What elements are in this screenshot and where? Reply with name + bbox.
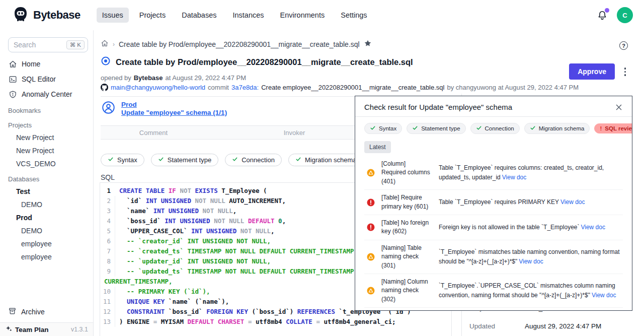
sidebar-item-sql-editor[interactable]: SQL Editor [0,72,93,87]
check-sql-review[interactable]: !SQL review [594,123,632,133]
check-syntax[interactable]: Syntax [101,154,144,166]
info-value: August 29, 2022 4:47 PM [525,322,601,330]
error-icon [366,198,375,207]
sidebar-item-demo[interactable]: DEMO [0,198,93,211]
rule-description: `T_Employee` mismatches table naming con… [439,247,623,266]
line-number: 6 [100,236,115,246]
sidebar-item-home[interactable]: Home [0,56,93,72]
check-migration-schema[interactable]: Migration schema [288,154,364,166]
bookmark-star-icon[interactable] [364,39,372,49]
check-statement-type[interactable]: Statement type [151,154,218,166]
latest-button[interactable]: Latest [364,141,391,153]
nav-item-issues[interactable]: Issues [97,8,129,23]
archive-label: Archive [21,308,45,316]
commit-author-time: by changyuwong at August 29, 2022 4:47 P… [447,84,579,91]
check-syntax[interactable]: Syntax [364,123,402,134]
check-result-modal: Check result for Update "employee" schem… [355,96,632,311]
nav-item-projects[interactable]: Projects [134,8,171,23]
check-connection[interactable]: Connection [470,123,520,134]
check-icon [158,156,164,164]
stage-task-link[interactable]: Update "employee" schema (1/1) [121,109,227,116]
main-nav: IssuesProjectsDatabasesInstancesEnvironm… [97,8,373,23]
plan-label: Team Plan [15,326,49,333]
check-label: Statement type [168,156,211,164]
help-icon[interactable]: ? [619,41,628,50]
line-number: 5 [100,226,115,236]
view-doc-link[interactable]: View doc [581,224,605,231]
sidebar-item-new-project[interactable]: New Project [0,144,93,157]
nav-item-settings[interactable]: Settings [335,8,372,23]
commit-branch-link[interactable]: main@changyuwong/hello-world [111,84,205,91]
view-doc-link[interactable]: View doc [502,174,526,181]
check-label: SQL review [605,125,632,131]
code-text: -- `updated_ts` TIMESTAMP NOT NULL DEFAU… [119,266,392,277]
error-icon [366,223,375,232]
bytebase-logo[interactable]: Bytebase [0,6,80,25]
sidebar-item-employee[interactable]: employee [0,250,93,263]
info-row-updated: Updated August 29, 2022 4:47 PM [469,322,635,330]
line-number: 12 [100,307,115,317]
user-avatar[interactable]: C [617,7,633,23]
sidebar-item-label: SQL Editor [22,75,56,83]
check-icon [412,125,418,132]
view-doc-link[interactable]: View doc [560,198,585,206]
line-number: 13 [100,317,115,327]
sidebar-item-archive[interactable]: Archive [0,304,93,320]
check-result-list: [Column] Required columns (401)Table `T_… [364,156,623,311]
nav-item-instances[interactable]: Instances [227,8,269,23]
check-label: Statement type [421,125,460,131]
approve-button[interactable]: Approve [569,63,615,80]
error-exclamation-icon: ! [600,125,602,131]
kebab-menu-icon[interactable] [622,65,628,78]
warning-icon [366,252,375,261]
check-icon [530,125,536,132]
chevron-right-icon: › [113,41,115,48]
commit-sha-link[interactable]: 3a7e8da: [231,84,259,91]
sidebar-item-employee[interactable]: employee [0,237,93,250]
sidebar-item-anomaly-center[interactable]: Anomaly Center [0,87,93,102]
opened-time: at August 29, 2022 4:47 PM [166,74,246,82]
warning-icon [366,168,375,177]
code-text: `boss_id` INT UNSIGNED NOT NULL DEFAULT … [119,216,286,226]
rule-description: `T_Employee`.`UPPER_CASE_COL` mismatches… [439,281,623,300]
nav-item-environments[interactable]: Environments [275,8,331,23]
notifications-bell-icon[interactable] [597,10,608,21]
code-text: -- PRIMARY KEY (`id`), [119,287,210,297]
line-number: 11 [100,297,115,307]
sidebar-item-test[interactable]: Test [0,185,93,198]
topbar: Bytebase IssuesProjectsDatabasesInstance… [0,0,644,30]
line-number: 7 [100,246,115,256]
check-migration-schema[interactable]: Migration schema [524,123,590,134]
home-icon[interactable] [101,39,109,49]
sidebar-item-prod[interactable]: Prod [0,211,93,224]
check-result-row: [Naming] Unique key naming check (304)Un… [364,307,623,311]
home-icon [8,59,17,69]
github-icon [101,84,108,91]
check-result-row: [Naming] Column naming check (302)`T_Emp… [364,274,623,307]
check-result-row: [Table] Require primary key (601)Table `… [364,189,623,215]
sidebar-item-demo[interactable]: DEMO [0,224,93,237]
plan-bar[interactable]: Team Plan v1.3.1 [0,322,93,336]
nav-item-databases[interactable]: Databases [176,8,222,23]
code-text: UNIQUE KEY `name` (`name`), [119,297,229,307]
view-doc-link[interactable]: View doc [519,258,543,265]
archive-icon [8,307,17,317]
issue-title: Create table by Prod/employee__202208290… [116,57,413,67]
close-icon[interactable] [615,103,623,111]
check-connection[interactable]: Connection [225,154,282,166]
modal-title: Check result for Update "employee" schem… [364,103,512,111]
check-statement-type[interactable]: Statement type [407,123,465,134]
sidebar-item-vcs-demo[interactable]: VCS_DEMO [0,157,93,170]
topbar-right: C [597,7,644,23]
commit-message: Create employee__202208290001__migrate__… [261,84,444,91]
search-input[interactable]: Search ⌘ K [8,37,88,52]
rule-description: Foreign key is not allowed in the table … [439,223,623,232]
view-doc-link[interactable]: View doc [592,292,616,299]
app-version: v1.3.1 [71,326,88,333]
stage-env-link[interactable]: Prod [121,101,227,108]
rule-description-text: Table `T_Employee` requires PRIMARY KEY [439,198,559,206]
rule-description-text: Foreign key is not allowed in the table … [439,224,579,231]
check-label: Migration schema [305,156,357,164]
notification-dot [605,8,609,13]
sidebar-item-new-project[interactable]: New Project [0,131,93,144]
